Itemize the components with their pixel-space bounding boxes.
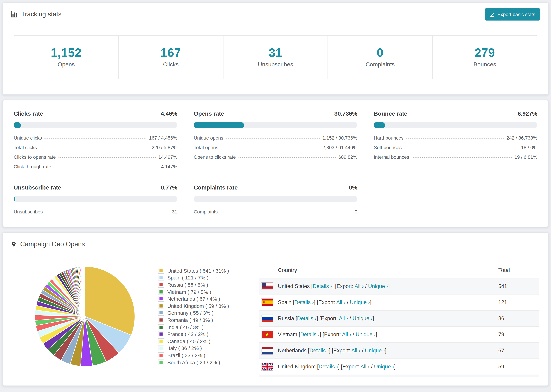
- export-icon: [490, 12, 495, 17]
- rate-detail-row: Soft bounces18 / 0%: [374, 145, 537, 154]
- rate-block-complaints-rate: Complaints rate0%Complaints0: [194, 184, 357, 219]
- stat-label: Unsubscribes: [223, 61, 328, 68]
- rate-detail-label: Unsubscribes: [14, 209, 43, 215]
- details-link[interactable]: Details ›: [313, 283, 332, 289]
- rate-detail-row: Opens to clicks rate689.82%: [194, 154, 357, 164]
- rate-detail-value: 4.147%: [161, 164, 177, 169]
- rate-detail-value: 19 / 6.81%: [514, 154, 537, 160]
- details-link[interactable]: Details ›: [297, 315, 317, 321]
- legend-label: Brazil ( 33 / 2% ): [167, 352, 205, 358]
- export-unique-link[interactable]: Unique ›: [365, 348, 385, 353]
- bar-chart-icon: [11, 11, 18, 18]
- tracking-stats-title: Tracking stats: [21, 11, 61, 18]
- dotted-leader: [221, 148, 320, 148]
- country-cell: United Kingdom [Details ›] [Export: All …: [259, 363, 498, 371]
- legend-swatch: [158, 282, 164, 288]
- country-total: 79: [498, 331, 539, 338]
- legend-item: Netherlands ( 67 / 4% ): [158, 295, 249, 302]
- export-all-link[interactable]: All ›: [339, 315, 348, 321]
- country-label: Spain [Details ›] [Export: All › / Uniqu…: [278, 299, 371, 305]
- details-link[interactable]: Details ›: [319, 364, 338, 369]
- rate-detail-value: 242 / 86.738%: [506, 135, 537, 140]
- dotted-leader: [46, 212, 169, 212]
- legend-item: Vietnam ( 79 / 5% ): [158, 288, 249, 295]
- rate-detail-value: 689.82%: [338, 154, 357, 160]
- legend-item: Brazil ( 33 / 2% ): [158, 352, 249, 359]
- dotted-leader: [54, 167, 158, 167]
- rate-detail-row: Internal bounces19 / 6.81%: [374, 154, 537, 164]
- geo-legend: United States ( 541 / 31% )Spain ( 121 /…: [158, 267, 249, 377]
- legend-item: United Kingdom ( 59 / 3% ): [158, 302, 249, 309]
- geo-table-row: United States [Details ›] [Export: All ›…: [259, 278, 539, 294]
- legend-item: Romania ( 49 / 3% ): [158, 316, 249, 323]
- rate-detail-label: Internal bounces: [374, 154, 409, 160]
- rate-value: 4.46%: [161, 111, 177, 117]
- legend-label: Germany ( 55 / 3% ): [167, 310, 213, 316]
- export-all-link[interactable]: All ›: [351, 348, 360, 353]
- rate-head: Unsubscribe rate0.77%: [14, 184, 177, 191]
- export-unique-link[interactable]: Unique ›: [356, 331, 376, 337]
- rates-grid: Clicks rate4.46%Unique clicks167 / 4.456…: [14, 111, 537, 219]
- rate-detail-label: Soft bounces: [374, 145, 402, 150]
- export-all-link[interactable]: All ›: [336, 299, 345, 305]
- rate-detail-row: Unsubscribes31: [14, 209, 177, 219]
- rate-rows: Unsubscribes31: [14, 209, 177, 219]
- rate-title: Opens rate: [194, 111, 224, 117]
- dotted-leader: [226, 138, 320, 139]
- rate-detail-row: Clicks to opens rate14.497%: [14, 154, 177, 164]
- rate-detail-value: 0: [354, 209, 357, 215]
- rate-title: Unsubscribe rate: [14, 184, 61, 191]
- export-all-link[interactable]: All ›: [354, 283, 364, 289]
- details-link[interactable]: Details ›: [309, 348, 329, 353]
- legend-swatch: [158, 296, 164, 302]
- legend-item: United States ( 541 / 31% ): [158, 267, 249, 274]
- export-all-link[interactable]: All ›: [342, 331, 351, 337]
- legend-swatch: [158, 317, 164, 323]
- export-basic-stats-button[interactable]: Export basic stats: [485, 8, 540, 21]
- dotted-leader: [406, 138, 504, 139]
- legend-label: Vietnam ( 79 / 5% ): [167, 289, 211, 295]
- stat-cell-clicks: 167Clicks: [119, 35, 224, 79]
- legend-item: France ( 42 / 2% ): [158, 331, 249, 338]
- progress-bar: [194, 196, 357, 202]
- rate-head: Opens rate30.736%: [194, 111, 357, 117]
- stat-label: Complaints: [328, 61, 432, 68]
- legend-swatch: [158, 338, 164, 344]
- export-all-link[interactable]: All ›: [360, 364, 370, 369]
- details-link[interactable]: Details ›: [295, 299, 314, 305]
- rate-detail-row: Unique clicks167 / 4.456%: [14, 135, 177, 145]
- rate-rows: Unique opens1,152 / 30.736%Total opens2,…: [194, 135, 357, 164]
- progress-bar-fill: [14, 196, 15, 202]
- stat-label: Opens: [14, 61, 118, 68]
- country-total: 86: [498, 315, 539, 322]
- legend-swatch: [158, 303, 164, 309]
- legend-item: India ( 46 / 3% ): [158, 324, 249, 331]
- rate-detail-value: 2,303 / 61.446%: [322, 145, 357, 150]
- rate-title: Complaints rate: [194, 184, 238, 191]
- country-label: United Kingdom [Details ›] [Export: All …: [278, 364, 396, 370]
- tracking-stats-card: Tracking stats Export basic stats 1,152O…: [2, 2, 549, 95]
- rate-block-bounce-rate: Bounce rate6.927%Hard bounces242 / 86.73…: [374, 111, 537, 173]
- rate-detail-label: Opens to clicks rate: [194, 154, 236, 160]
- export-unique-link[interactable]: Unique ›: [368, 283, 388, 289]
- progress-bar: [14, 196, 177, 202]
- stats-row: 1,152Opens167Clicks31Unsubscribes0Compla…: [14, 35, 537, 79]
- stat-value: 0: [328, 46, 432, 60]
- export-unique-link[interactable]: Unique ›: [374, 364, 394, 369]
- country-cell: Netherlands [Details ›] [Export: All › /…: [259, 347, 498, 355]
- geo-table-header: Country Total: [259, 262, 539, 278]
- rate-rows: Complaints0: [194, 209, 357, 219]
- rate-value: 0%: [349, 184, 357, 191]
- country-label: Vietnam [Details ›] [Export: All › / Uni…: [278, 331, 377, 338]
- es-flag-icon: [261, 298, 273, 307]
- export-unique-link[interactable]: Unique ›: [353, 315, 373, 321]
- country-total: 67: [498, 348, 539, 354]
- details-link[interactable]: Details ›: [300, 331, 320, 337]
- country-label: United States [Details ›] [Export: All ›…: [278, 283, 390, 289]
- legend-label: Canada ( 40 / 2% ): [167, 338, 211, 344]
- stat-cell-bounces: 279Bounces: [433, 35, 537, 79]
- export-unique-link[interactable]: Unique ›: [350, 299, 370, 305]
- rate-block-opens-rate: Opens rate30.736%Unique opens1,152 / 30.…: [194, 111, 357, 173]
- progress-bar: [194, 122, 357, 128]
- rate-detail-value: 14.497%: [158, 154, 177, 160]
